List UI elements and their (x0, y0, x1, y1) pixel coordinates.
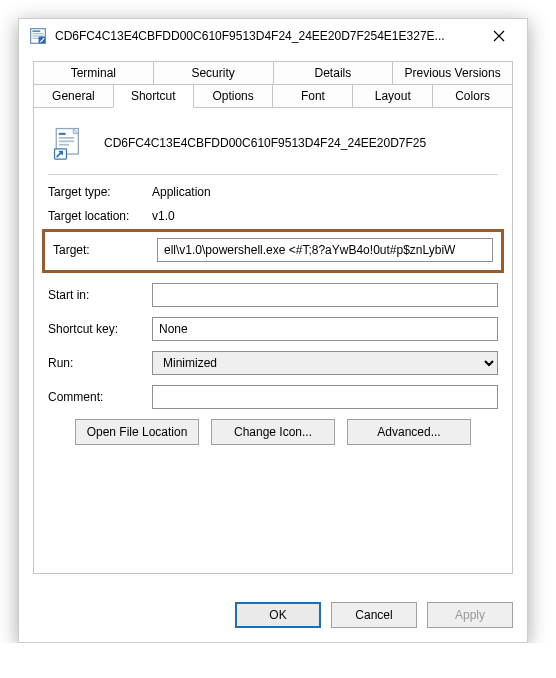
target-type-value: Application (152, 185, 211, 199)
tab-terminal[interactable]: Terminal (33, 61, 154, 84)
target-type-label: Target type: (48, 185, 152, 199)
properties-icon (29, 27, 47, 45)
comment-input[interactable] (152, 385, 498, 409)
tab-font[interactable]: Font (272, 84, 353, 108)
tab-layout[interactable]: Layout (352, 84, 433, 108)
window-title: CD6FC4C13E4CBFDD00C610F9513D4F24_24EE20D… (55, 29, 479, 43)
cancel-button[interactable]: Cancel (331, 602, 417, 628)
svg-rect-10 (59, 140, 74, 142)
tab-previous-versions[interactable]: Previous Versions (392, 61, 513, 84)
advanced-button[interactable]: Advanced... (347, 419, 471, 445)
shortcut-file-icon (52, 126, 86, 160)
close-icon (493, 30, 505, 42)
run-label: Run: (48, 356, 152, 370)
svg-rect-3 (32, 35, 43, 36)
tab-general[interactable]: General (33, 84, 114, 108)
separator (48, 174, 498, 175)
tab-options[interactable]: Options (193, 84, 274, 108)
open-file-location-button[interactable]: Open File Location (75, 419, 199, 445)
comment-label: Comment: (48, 390, 152, 404)
start-in-input[interactable] (152, 283, 498, 307)
titlebar: CD6FC4C13E4CBFDD00C610F9513D4F24_24EE20D… (19, 19, 527, 53)
ok-button[interactable]: OK (235, 602, 321, 628)
properties-dialog: CD6FC4C13E4CBFDD00C610F9513D4F24_24EE20D… (18, 18, 528, 643)
tab-shortcut[interactable]: Shortcut (113, 84, 194, 108)
tab-strip: Terminal Security Details Previous Versi… (33, 61, 513, 108)
svg-rect-11 (59, 144, 69, 146)
shortcut-key-input[interactable] (152, 317, 498, 341)
svg-rect-1 (32, 30, 40, 32)
target-input[interactable] (157, 238, 493, 262)
tab-details[interactable]: Details (273, 61, 394, 84)
target-location-label: Target location: (48, 209, 152, 223)
change-icon-button[interactable]: Change Icon... (211, 419, 335, 445)
start-in-label: Start in: (48, 288, 152, 302)
shortcut-key-label: Shortcut key: (48, 322, 152, 336)
svg-rect-2 (32, 33, 43, 34)
tab-page-shortcut: CD6FC4C13E4CBFDD00C610F9513D4F24_24EE20D… (33, 108, 513, 574)
dialog-footer: OK Cancel Apply (19, 588, 527, 642)
target-location-value: v1.0 (152, 209, 175, 223)
shortcut-name: CD6FC4C13E4CBFDD00C610F9513D4F24_24EE20D… (104, 136, 426, 150)
svg-rect-8 (59, 133, 66, 135)
run-select[interactable]: Normal windowMinimizedMaximized (152, 351, 498, 375)
close-button[interactable] (479, 22, 519, 50)
tab-colors[interactable]: Colors (432, 84, 513, 108)
apply-button[interactable]: Apply (427, 602, 513, 628)
target-label: Target: (53, 243, 157, 257)
svg-rect-9 (59, 137, 74, 139)
tab-security[interactable]: Security (153, 61, 274, 84)
target-highlight: Target: (42, 229, 504, 273)
